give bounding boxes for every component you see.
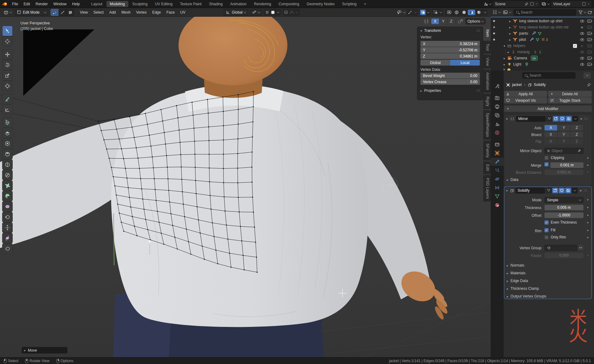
clipping-checkbox[interactable] [544, 156, 549, 160]
menu-render[interactable]: Render [33, 1, 50, 7]
mirror-name-field[interactable]: Mirror [516, 116, 546, 122]
disable-render-icon[interactable] [587, 26, 592, 29]
merge-threshold-field[interactable]: 0.001 m [550, 162, 583, 168]
space-local-button[interactable]: Local [450, 60, 480, 66]
tool-measure[interactable] [2, 105, 12, 114]
vertex-group-field[interactable] [544, 245, 577, 251]
tab-constraints[interactable] [491, 184, 504, 192]
object-type-visibility-button[interactable] [397, 10, 405, 15]
vertex-crease-field[interactable]: Vertex Crease0.00 [420, 79, 480, 85]
disable-render-icon[interactable] [587, 63, 592, 66]
outliner-row-camera[interactable]: ▸ Camera [491, 55, 594, 61]
outliner-search-input[interactable]: Search [514, 9, 576, 15]
mirror-extras-dropdown[interactable] [572, 116, 578, 122]
edge-data-section[interactable]: ▸Edge Data [507, 279, 528, 283]
workspace-tab-sculpting[interactable]: Sculpting [129, 1, 151, 7]
xray-toggle-group[interactable] [432, 9, 443, 16]
menu-edit[interactable]: Edit [21, 1, 33, 7]
bisect-z-button[interactable]: Z [570, 132, 583, 137]
workspace-tab-rendering[interactable]: Rendering [251, 1, 274, 7]
tool-add-cube[interactable] [2, 118, 12, 127]
hide-viewport-icon[interactable] [580, 63, 584, 66]
editor-type-button[interactable] [2, 9, 14, 16]
disable-render-icon[interactable] [587, 57, 592, 60]
transform-orientation-dropdown[interactable]: Global [224, 9, 248, 16]
shading-rendered-icon[interactable] [475, 10, 483, 15]
outliner-row-helpers[interactable]: ▾ helpers ✓ [491, 43, 594, 49]
blender-logo[interactable] [0, 2, 9, 6]
tab-modifiers[interactable] [491, 158, 504, 166]
scene-selector[interactable]: Scene × [493, 1, 540, 7]
axis-z-button[interactable]: Z [570, 125, 583, 131]
snap-magnet-icon[interactable] [265, 10, 270, 15]
factor-field[interactable]: 0.000 [544, 253, 583, 258]
delete-all-button[interactable]: × Delete All [548, 91, 592, 97]
flip-x-button[interactable]: X [544, 139, 557, 144]
disable-render-icon[interactable] [587, 50, 592, 54]
add-modifier-button[interactable]: + Add Modifier [504, 106, 592, 112]
sidebar-tab-tool[interactable]: Tool [483, 41, 491, 54]
mirror-viewport-toggle[interactable] [559, 116, 565, 122]
properties-search-input[interactable]: Search [522, 72, 575, 79]
sidebar-tab-item[interactable]: Item [483, 27, 491, 40]
shading-wireframe-icon[interactable] [453, 10, 460, 15]
solidify-expand-icon[interactable]: ▾ [506, 189, 510, 192]
outliner-editor-icon[interactable] [493, 10, 497, 14]
output-vertex-groups-section[interactable]: ▸Output Vertex Groups [507, 294, 546, 298]
outliner-row-pants[interactable]: ▸ pants [491, 30, 594, 36]
scene-icon[interactable] [483, 2, 491, 6]
workspace-tab-animation[interactable]: Animation [227, 1, 250, 7]
vertex-y-field[interactable]: Y-0.52706 m [420, 47, 480, 53]
solidify-extras-dropdown[interactable] [572, 188, 578, 193]
disable-render-icon[interactable] [587, 19, 592, 23]
even-thickness-animate-dot[interactable] [587, 222, 588, 223]
bisect-distance-field[interactable]: 0.001 m [544, 169, 583, 175]
tab-material[interactable] [491, 201, 504, 209]
eyedropper-icon[interactable] [578, 149, 581, 152]
tab-collection[interactable] [491, 140, 504, 148]
tool-annotate[interactable] [2, 94, 12, 104]
workspace-tab-scripting[interactable]: Scripting [339, 1, 360, 7]
proportional-editing-icon[interactable] [283, 10, 289, 15]
collection-checkbox[interactable]: ✓ [573, 44, 577, 48]
workspace-tab-shading[interactable]: Shading [206, 1, 226, 7]
disable-render-icon[interactable] [587, 44, 592, 47]
outliner-row-light[interactable]: ▸ Light [491, 61, 594, 67]
merge-animate-dot[interactable] [587, 165, 588, 166]
merge-checkbox[interactable]: ✓ [544, 162, 549, 166]
hide-viewport-icon[interactable] [580, 26, 584, 28]
outliner-row-partial[interactable]: ▸ [491, 67, 594, 71]
add-workspace-button[interactable]: + [361, 1, 370, 7]
gizmos-toggle-group[interactable] [407, 9, 418, 16]
viewlayer-selector[interactable]: ViewLayer × [551, 1, 592, 7]
menu-view[interactable]: View [77, 9, 91, 15]
axis-x-button[interactable]: X [544, 125, 557, 131]
mirror-cage-toggle[interactable] [553, 116, 559, 122]
sidebar-tab-speedretopo[interactable]: SpeedRetopo [483, 110, 491, 140]
materials-section[interactable]: ▸Materials [507, 271, 526, 275]
sidebar-tab-sfamily[interactable]: SFamily [483, 141, 491, 161]
workspace-tab-compositing[interactable]: Compositing [275, 1, 303, 7]
tool-extrude-region[interactable] [2, 128, 12, 138]
sidebar-tab-psd-layers[interactable]: PSD Layers [483, 175, 491, 202]
tab-render[interactable] [491, 94, 504, 102]
axis-y-button[interactable]: Y [557, 125, 570, 131]
remove-viewlayer-icon[interactable]: × [588, 2, 590, 6]
bisect-y-button[interactable]: Y [557, 132, 570, 137]
only-rim-checkbox[interactable] [544, 235, 549, 239]
solidify-cage-toggle[interactable] [552, 188, 558, 193]
only-rim-animate-dot[interactable] [587, 237, 588, 238]
disable-render-icon[interactable] [587, 38, 592, 41]
outliner-row-shirt-mirror[interactable]: ▸ long sleeve button up shirt mir [491, 24, 594, 30]
pivot-point-dropdown[interactable] [250, 9, 262, 16]
tool-shear[interactable] [2, 233, 12, 243]
filter-funnel-icon[interactable] [579, 11, 583, 14]
tab-particles[interactable] [491, 166, 504, 174]
snap-target-button[interactable] [270, 10, 276, 15]
mirror-object-field[interactable]: Object [544, 148, 583, 154]
tab-object[interactable] [491, 149, 504, 157]
solidify-viewport-toggle[interactable] [559, 188, 565, 193]
tool-cursor[interactable] [2, 36, 12, 46]
tool-loop-cut[interactable] [2, 160, 12, 169]
outliner-row-shirt[interactable]: ▸ long sleeve button up shirt [491, 18, 594, 24]
